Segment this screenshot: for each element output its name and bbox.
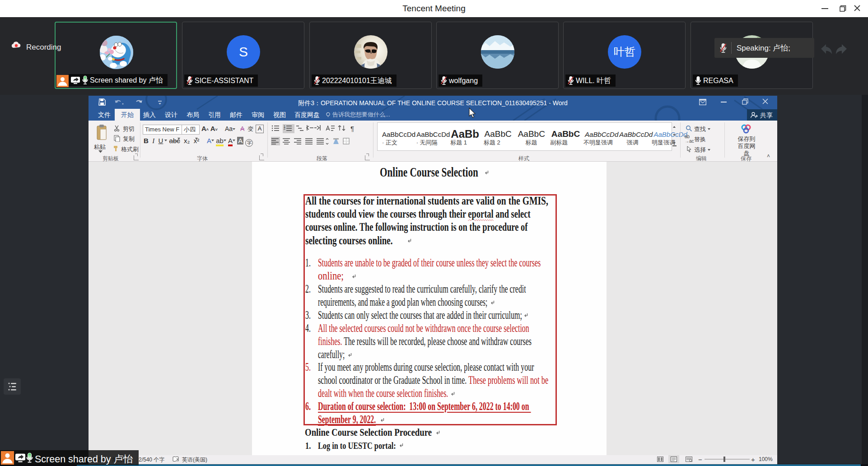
svg-text:¶: ¶ [350, 125, 354, 132]
svg-text:2: 2 [284, 127, 285, 130]
